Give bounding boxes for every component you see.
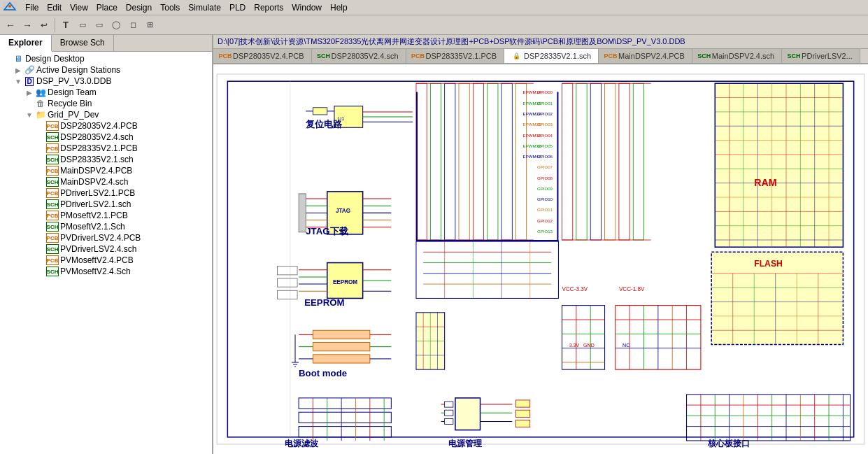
tree-item-maindspv24-sch[interactable]: SCH MainDSPV2.4.sch	[1, 176, 211, 187]
pcb-icon-4: PCB	[46, 188, 59, 198]
tree-item-dsp28335v21-sch[interactable]: SCH DSP28335V2.1.sch	[1, 154, 211, 165]
menu-simulate[interactable]: Simulate	[184, 1, 225, 14]
toolbar-square[interactable]: ◻	[125, 17, 141, 33]
tree-item-design-desktop[interactable]: 🖥 Design Desktop	[1, 53, 211, 64]
doc-tab-dsp28335v21-pcb[interactable]: PCB DSP28335V2.1.PCB	[406, 49, 505, 63]
tree-label-grid-pv: Grid_PV_Dev	[48, 110, 99, 120]
main-layout: Explorer Browse Sch 🖥 Design Desktop ▶ 🔗…	[0, 35, 868, 454]
tree-label-dsp28335v21-pcb: DSP28335V2.1.PCB	[60, 143, 138, 153]
toolbar-text[interactable]: T	[58, 17, 73, 33]
svg-rect-170	[557, 92, 558, 241]
menu-view[interactable]: View	[66, 1, 92, 14]
sch-tab-icon-1: SCH	[319, 51, 329, 61]
tree-label-pvdriverlsv24-pcb: PVDriverLSV2.4.PCB	[60, 233, 141, 243]
tree-toggle-design-team[interactable]: ▶	[24, 89, 35, 97]
doc-tab-dsp28035v24-sch[interactable]: SCH DSP28035V2.4.sch	[312, 49, 406, 63]
tree-item-pmoseftv21-pcb[interactable]: PCB PMoseftV2.1.PCB	[1, 210, 211, 221]
toolbar-forward[interactable]: →	[20, 17, 35, 33]
svg-text:VCC-1.8V: VCC-1.8V	[619, 286, 645, 292]
tree-item-pvdriverlsv24-sch[interactable]: SCH PVDriverLSV2.4.sch	[1, 243, 211, 255]
menu-design[interactable]: Design	[122, 1, 156, 14]
pcb-tab-icon-2: PCB	[413, 51, 423, 61]
menu-window[interactable]: Window	[287, 1, 326, 14]
tree-item-dsp28035v24-pcb[interactable]: PCB DSP28035V2.4.PCB	[1, 120, 211, 132]
doc-tab-dsp28335v21-sch[interactable]: 🔒 DSP28335V2.1.sch	[504, 49, 599, 64]
svg-text:EEPROM: EEPROM	[333, 279, 357, 285]
doc-tab-dsp28035v24-pcb[interactable]: PCB DSP28035V2.4.PCB	[213, 49, 312, 63]
tree-label-active-stations: Active Design Stations	[36, 65, 120, 75]
svg-text:EEPROM: EEPROM	[304, 297, 344, 308]
svg-text:EPWM3B: EPWM3B	[523, 143, 541, 148]
app-logo	[3, 1, 17, 13]
left-panel-tabs: Explorer Browse Sch	[0, 35, 212, 52]
svg-text:EPWM2A: EPWM2A	[523, 111, 542, 116]
document-tabs: PCB DSP28035V2.4.PCB SCH DSP28035V2.4.sc…	[213, 49, 868, 64]
tree-label-pdriverlsv21-sch: PDriverLSV2.1.sch	[60, 199, 131, 209]
svg-rect-148	[515, 400, 529, 407]
toolbar-ellipse[interactable]: ◯	[108, 17, 124, 33]
doc-tab-label-4: DSP28335V2.1.sch	[524, 52, 591, 60]
doc-tab-label-1: DSP28035V2.4.PCB	[233, 52, 304, 60]
sch-tab-icon-active: 🔒	[511, 51, 521, 61]
schematic-area[interactable]: U1 复位电路	[213, 64, 868, 454]
toolbar-rect[interactable]: ▭	[75, 17, 90, 33]
tree-toggle-grid-pv[interactable]: ▼	[24, 111, 35, 119]
toolbar-undo[interactable]: ↩	[36, 17, 52, 33]
pcb-icon-5: PCB	[46, 211, 59, 220]
tree-item-pdriverlsv21-sch[interactable]: SCH PDriverLSV2.1.sch	[1, 199, 211, 210]
sch-icon-2: SCH	[46, 155, 59, 164]
left-panel: Explorer Browse Sch 🖥 Design Desktop ▶ 🔗…	[0, 35, 213, 454]
tree-item-pmoseftv21-sch[interactable]: SCH PMoseftV2.1.Sch	[1, 221, 211, 232]
tree-item-pvdriverlsv24-pcb[interactable]: PCB PVDriverLSV2.4.PCB	[1, 232, 211, 243]
menu-help[interactable]: Help	[326, 1, 352, 14]
doc-tab-label-5: MainDSPV2.4.PCB	[618, 52, 685, 60]
tree-item-pvmoseftv24-sch[interactable]: SCH PVMoseftV2.4.Sch	[1, 266, 211, 277]
sch-icon-7: SCH	[46, 267, 59, 276]
tree-item-dsp28035v24-sch[interactable]: SCH DSP28035V2.4.sch	[1, 132, 211, 143]
tree-item-recycle-bin[interactable]: 🗑 Recycle Bin	[1, 98, 211, 109]
svg-text:GPIO08: GPIO08	[537, 176, 553, 180]
menu-file[interactable]: File	[21, 1, 43, 14]
file-tree: 🖥 Design Desktop ▶ 🔗 Active Design Stati…	[0, 52, 212, 454]
menu-reports[interactable]: Reports	[250, 1, 287, 14]
tree-item-dsp28335v21-pcb[interactable]: PCB DSP28335V2.1.PCB	[1, 143, 211, 154]
doc-tab-maindspv24-pcb[interactable]: PCB MainDSPV2.4.PCB	[599, 49, 692, 63]
toolbar-grid[interactable]: ⊞	[142, 17, 157, 33]
menubar: File Edit View Place Design Tools Simula…	[0, 0, 868, 15]
desktop-icon: 🖥	[13, 54, 24, 64]
svg-text:NC: NC	[622, 343, 629, 348]
doc-tab-pdriverlsv2[interactable]: SCH PDriverLSV2...	[782, 49, 860, 63]
sch-icon-6: SCH	[46, 244, 59, 254]
tree-item-pdriverlsv21-pcb[interactable]: PCB PDriverLSV2.1.PCB	[1, 187, 211, 199]
tree-item-dsp-ddb[interactable]: ▼ D DSP_PV_V3.0.DDB	[1, 76, 211, 87]
tree-label-design-team: Design Team	[48, 87, 97, 97]
tree-item-grid-pv-dev[interactable]: ▼ 📁 Grid_PV_Dev	[1, 109, 211, 120]
doc-tab-maindspv24-sch[interactable]: SCH MainDSPV2.4.sch	[692, 49, 782, 63]
menu-place[interactable]: Place	[92, 1, 122, 14]
toolbar-rect2[interactable]: ▭	[92, 17, 107, 33]
svg-text:RAM: RAM	[754, 177, 776, 188]
tree-item-active-stations[interactable]: ▶ 🔗 Active Design Stations	[1, 64, 211, 76]
tree-label-design-desktop: Design Desktop	[25, 54, 85, 64]
toolbar-back[interactable]: ←	[3, 17, 18, 33]
svg-rect-115	[313, 343, 369, 351]
tree-label-recycle: Recycle Bin	[48, 99, 92, 108]
ddb-icon: D	[24, 76, 35, 86]
recycle-icon: 🗑	[35, 99, 46, 108]
svg-text:EPWM4A: EPWM4A	[523, 154, 542, 159]
tree-toggle-dsp-ddb[interactable]: ▼	[13, 78, 24, 85]
svg-text:3.3V: 3.3V	[569, 343, 580, 348]
tree-label-pmoseftv21-pcb: PMoseftV2.1.PCB	[60, 211, 128, 220]
tab-explorer[interactable]: Explorer	[0, 35, 52, 52]
tree-toggle-active-stations[interactable]: ▶	[13, 66, 24, 74]
tree-label-maindspv24-pcb: MainDSPV2.4.PCB	[60, 166, 132, 176]
tree-item-pvmoseftv24-pcb[interactable]: PCB PVMoseftV2.4.PCB	[1, 255, 211, 266]
tree-item-maindspv24-pcb[interactable]: PCB MainDSPV2.4.PCB	[1, 165, 211, 176]
tree-item-design-team[interactable]: ▶ 👥 Design Team	[1, 87, 211, 98]
menu-tools[interactable]: Tools	[156, 1, 184, 14]
menu-pld[interactable]: PLD	[225, 1, 250, 14]
svg-text:JTAG: JTAG	[336, 208, 350, 214]
menu-edit[interactable]: Edit	[43, 1, 66, 14]
tab-browse-sch[interactable]: Browse Sch	[52, 35, 114, 51]
svg-text:GPIO10: GPIO10	[537, 197, 553, 201]
